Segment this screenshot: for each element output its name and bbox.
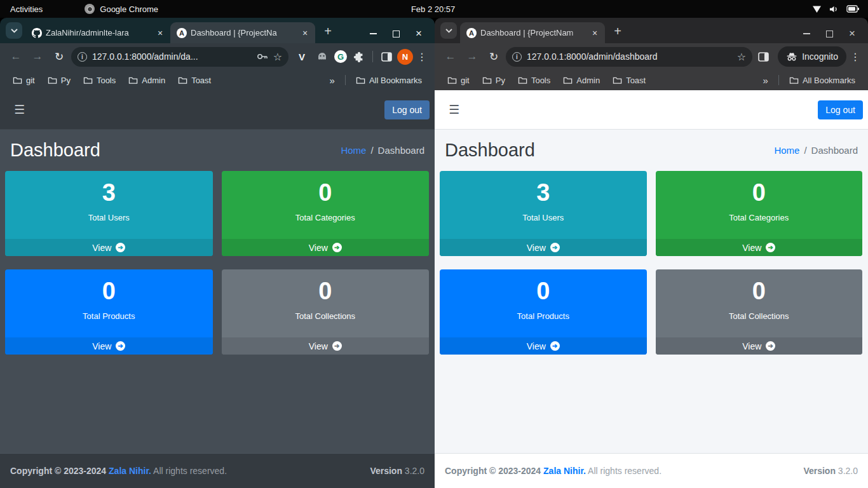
view-label: View — [309, 243, 328, 253]
tab-close-icon[interactable]: × — [155, 28, 165, 38]
folder-icon — [128, 76, 138, 85]
tab-dashboard[interactable]: A Dashboard | {ProjectNa × — [170, 22, 315, 43]
bookmarks-overflow-chevron[interactable]: » — [758, 75, 773, 86]
bookmark-star-icon[interactable]: ☆ — [737, 51, 746, 63]
arrow-circle-right-icon: ➔ — [116, 243, 125, 252]
bookmark-folder-toast[interactable]: Toast — [173, 74, 216, 87]
incognito-label: Incognito — [802, 51, 838, 62]
dashboard-page-dark: ☰ Log out Dashboard Home / Dashboard 3 T… — [0, 90, 435, 488]
tab-close-icon[interactable]: × — [300, 28, 310, 38]
tab-search-button[interactable] — [6, 22, 22, 39]
tab-dashboard[interactable]: A Dashboard | {ProjectNam × — [460, 22, 605, 43]
back-button[interactable]: ← — [6, 47, 25, 66]
bookmark-folder-admin[interactable]: Admin — [558, 74, 605, 87]
incognito-icon — [786, 52, 797, 61]
stat-value: 0 — [5, 278, 213, 306]
stat-label: Total Products — [440, 311, 647, 321]
activities-button[interactable]: Activities — [10, 4, 43, 14]
author-link[interactable]: Zala Nihir. — [543, 466, 586, 476]
saved-password-key-icon[interactable] — [257, 53, 268, 60]
bookmark-star-icon[interactable]: ☆ — [273, 51, 282, 63]
view-link[interactable]: View ➔ — [656, 337, 863, 355]
all-bookmarks[interactable]: All Bookmarks — [351, 74, 427, 87]
bookmark-folder-git[interactable]: git — [8, 74, 40, 87]
forward-button[interactable]: → — [28, 47, 47, 66]
forward-button[interactable]: → — [463, 47, 482, 66]
folder-icon — [48, 76, 57, 85]
clock[interactable]: Feb 2 20:57 — [411, 4, 455, 14]
content-area: Dashboard Home / Dashboard 3 Total Users… — [435, 130, 868, 453]
bookmark-folder-admin[interactable]: Admin — [123, 74, 170, 87]
bookmark-folder-tools[interactable]: Tools — [78, 74, 121, 87]
new-tab-button[interactable]: + — [609, 22, 627, 40]
view-link[interactable]: View ➔ — [222, 239, 430, 256]
tab-search-button[interactable] — [440, 22, 457, 39]
author-link[interactable]: Zala Nihir. — [109, 466, 151, 476]
grammarly-extension-icon[interactable]: G — [334, 50, 347, 63]
address-bar[interactable]: i 127.0.0.1:8000/admin/da... ☆ — [71, 47, 288, 67]
sidebar-toggle-icon[interactable]: ☰ — [10, 100, 29, 119]
view-link[interactable]: View ➔ — [222, 337, 430, 355]
window-controls: × — [802, 29, 868, 43]
tab-github-repo[interactable]: ZalaNihir/adminlte-lara × — [25, 22, 170, 43]
sidebar-toggle-icon[interactable]: ☰ — [445, 100, 463, 119]
extensions-puzzle-icon[interactable] — [351, 48, 367, 65]
focused-app-indicator[interactable]: Google Chrome — [85, 4, 158, 14]
vimium-extension-icon[interactable]: V — [294, 48, 310, 65]
stat-label: Total Collections — [656, 311, 863, 321]
minimize-button[interactable] — [802, 29, 811, 38]
bookmark-folder-git[interactable]: git — [442, 74, 475, 87]
bookmarks-overflow-chevron[interactable]: » — [325, 75, 340, 86]
site-info-icon[interactable]: i — [512, 52, 522, 62]
address-bar[interactable]: i 127.0.0.1:8000/admin/dashboard ☆ — [506, 47, 752, 67]
adminlte-favicon: A — [177, 28, 187, 38]
system-status-area[interactable] — [812, 0, 859, 18]
site-info-icon[interactable]: i — [78, 52, 87, 62]
back-button[interactable]: ← — [441, 47, 460, 66]
tab-title: Dashboard | {ProjectNam — [480, 28, 586, 37]
stat-value: 3 — [5, 179, 213, 207]
maximize-button[interactable] — [391, 29, 400, 38]
breadcrumb-home-link[interactable]: Home — [774, 145, 799, 156]
view-label: View — [527, 243, 546, 253]
side-panel-icon[interactable] — [378, 48, 395, 65]
breadcrumb-home-link[interactable]: Home — [341, 145, 366, 156]
bookmark-label: Tools — [531, 76, 550, 85]
folder-icon — [447, 76, 457, 85]
bookmark-folder-py[interactable]: Py — [477, 74, 510, 87]
view-link[interactable]: View ➔ — [440, 239, 647, 256]
reload-button[interactable]: ↻ — [50, 47, 69, 66]
view-label: View — [527, 341, 546, 351]
extension-icon[interactable] — [314, 48, 330, 65]
bookmark-folder-py[interactable]: Py — [43, 74, 76, 87]
browser-toolbar: ← → ↻ i 127.0.0.1:8000/admin/da... ☆ V G… — [0, 43, 435, 70]
close-button[interactable]: × — [848, 29, 857, 38]
logout-button[interactable]: Log out — [818, 100, 863, 119]
bookmarks-bar: git Py Tools Admin Toast » All Bookmarks — [0, 70, 435, 90]
folder-icon — [178, 76, 187, 85]
tab-close-icon[interactable]: × — [590, 28, 600, 38]
menu-kebab-icon[interactable]: ⋮ — [849, 51, 862, 63]
view-link[interactable]: View ➔ — [5, 337, 213, 355]
view-link[interactable]: View ➔ — [656, 239, 863, 256]
tab-title: Dashboard | {ProjectNa — [191, 28, 296, 37]
minimize-button[interactable] — [369, 29, 377, 38]
logout-button[interactable]: Log out — [384, 100, 430, 119]
menu-kebab-icon[interactable]: ⋮ — [416, 51, 428, 63]
bookmark-folder-toast[interactable]: Toast — [607, 74, 651, 87]
close-button[interactable]: × — [414, 29, 423, 38]
view-label: View — [92, 243, 111, 253]
side-panel-icon[interactable] — [755, 48, 771, 65]
view-link[interactable]: View ➔ — [5, 239, 213, 256]
view-link[interactable]: View ➔ — [440, 337, 647, 355]
bookmark-folder-tools[interactable]: Tools — [513, 74, 555, 87]
new-tab-button[interactable]: + — [319, 22, 337, 40]
maximize-button[interactable] — [825, 29, 834, 38]
wifi-icon — [812, 5, 822, 13]
page-title: Dashboard — [445, 140, 535, 161]
all-bookmarks[interactable]: All Bookmarks — [784, 74, 860, 87]
folder-icon — [613, 76, 622, 85]
profile-avatar[interactable]: N — [397, 49, 413, 65]
arrow-circle-right-icon: ➔ — [332, 341, 342, 351]
reload-button[interactable]: ↻ — [484, 47, 503, 66]
